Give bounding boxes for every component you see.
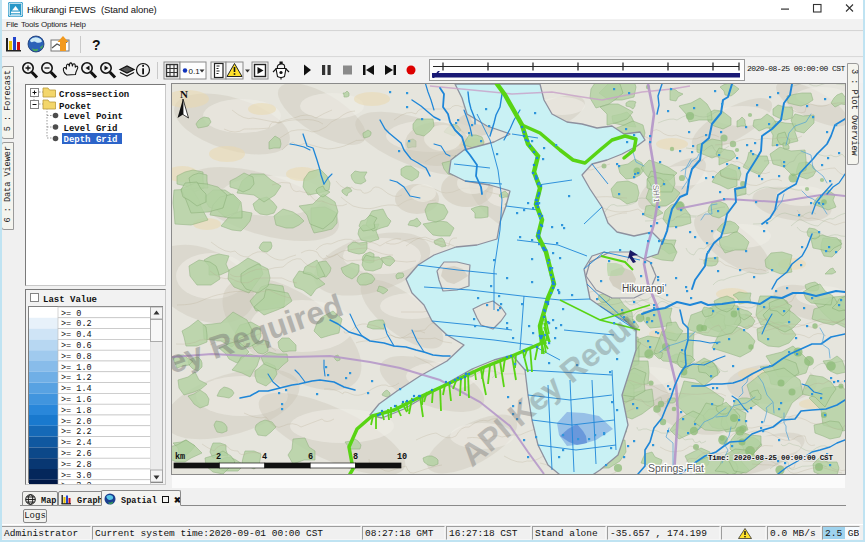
svg-text:>= 0.6: >= 0.6: [61, 341, 92, 351]
svg-text:>= 0.8: >= 0.8: [61, 352, 92, 362]
svg-text:>= 0: >= 0: [61, 309, 81, 319]
svg-text:Springs Flat: Springs Flat: [648, 462, 704, 474]
svg-text:>= 2.8: >= 2.8: [61, 460, 92, 470]
svg-text:Level Point: Level Point: [64, 112, 123, 122]
svg-text:6: 6: [308, 452, 313, 462]
svg-text:>= 1.2: >= 1.2: [61, 373, 92, 383]
svg-text:>= 1.0: >= 1.0: [61, 363, 92, 373]
svg-text:Pocket: Pocket: [59, 102, 91, 112]
svg-text:>= 1.6: >= 1.6: [61, 395, 92, 405]
svg-text:4: 4: [262, 452, 267, 462]
svg-text:>= 2.2: >= 2.2: [61, 427, 92, 437]
svg-text:Depth Grid: Depth Grid: [64, 135, 118, 145]
svg-text:>= 2.4: >= 2.4: [61, 438, 92, 448]
svg-text:SH 1: SH 1: [651, 185, 661, 204]
svg-text:>= 0.4: >= 0.4: [61, 330, 92, 340]
svg-text:>= 2.6: >= 2.6: [61, 449, 92, 459]
svg-text:?: ?: [92, 37, 101, 53]
svg-text:>= 1.4: >= 1.4: [61, 384, 92, 394]
svg-text:Cross=section: Cross=section: [59, 90, 129, 100]
svg-text:>= 3.0: >= 3.0: [61, 471, 92, 481]
svg-text:>= 1.8: >= 1.8: [61, 406, 92, 416]
svg-text:Last Value: Last Value: [43, 295, 97, 305]
svg-text:>= 2.0: >= 2.0: [61, 417, 92, 427]
svg-text:0.1: 0.1: [189, 67, 201, 76]
svg-text:>= 3.2: >= 3.2: [61, 481, 92, 484]
svg-text:>= 0.2: >= 0.2: [61, 319, 92, 329]
svg-text:8: 8: [353, 452, 358, 462]
svg-text:10: 10: [397, 452, 407, 462]
svg-text:Level Grid: Level Grid: [64, 124, 118, 134]
svg-text:2: 2: [216, 452, 221, 462]
svg-text:Hikurangi: Hikurangi: [622, 283, 664, 294]
svg-text:Time: 2020-08-25 00:00:00 CST: Time: 2020-08-25 00:00:00 CST: [708, 454, 833, 462]
svg-text:N: N: [180, 88, 188, 100]
svg-text:km: km: [175, 452, 185, 462]
